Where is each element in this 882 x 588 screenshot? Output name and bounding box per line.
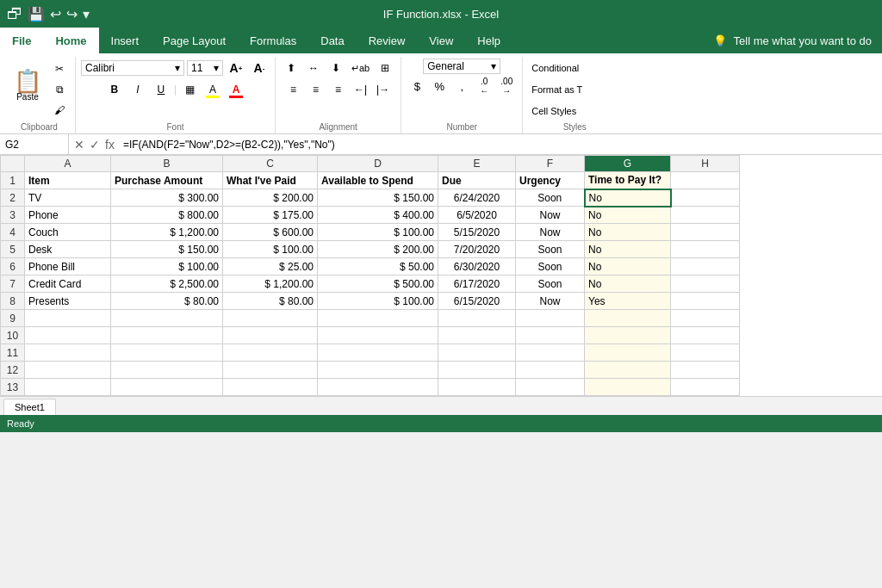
italic-button[interactable]: I — [127, 80, 148, 99]
align-center-button[interactable]: ≡ — [306, 80, 326, 99]
cancel-formula-icon[interactable]: ✕ — [72, 138, 86, 152]
cell-B6[interactable]: $ 100.00 — [111, 258, 223, 275]
cell-G13[interactable] — [585, 379, 671, 396]
conditional-format-button[interactable]: Conditional — [528, 59, 621, 77]
fill-color-button[interactable]: A — [202, 80, 223, 99]
undo-icon[interactable]: ↩ — [50, 6, 61, 22]
cell-H12[interactable] — [671, 362, 740, 379]
cell-A13[interactable] — [25, 379, 111, 396]
cell-F12[interactable] — [516, 362, 585, 379]
cell-A7[interactable]: Credit Card — [25, 275, 111, 293]
cell-G2[interactable]: No — [585, 189, 671, 207]
cell-H10[interactable] — [671, 327, 740, 344]
col-header-G[interactable]: G — [585, 156, 671, 172]
cell-E9[interactable] — [438, 310, 516, 327]
indent-inc-button[interactable]: |→ — [373, 80, 394, 99]
cell-C6[interactable]: $ 25.00 — [223, 258, 318, 275]
cell-C3[interactable]: $ 175.00 — [223, 207, 318, 224]
cell-G11[interactable] — [585, 344, 671, 362]
cell-G1[interactable]: Time to Pay It? — [585, 172, 671, 189]
col-header-H[interactable]: H — [671, 156, 740, 172]
cell-C13[interactable] — [223, 379, 318, 396]
cell-F13[interactable] — [516, 379, 585, 396]
cell-H13[interactable] — [671, 379, 740, 396]
wrap-text-button[interactable]: ↵ab — [348, 59, 373, 77]
menu-formulas[interactable]: Formulas — [238, 28, 308, 53]
cell-E5[interactable]: 7/20/2020 — [438, 241, 516, 258]
row-header-8[interactable]: 8 — [1, 293, 25, 310]
cell-B1[interactable]: Purchase Amount — [111, 172, 223, 189]
cell-F11[interactable] — [516, 344, 585, 362]
cell-E6[interactable]: 6/30/2020 — [438, 258, 516, 275]
percent-button[interactable]: % — [429, 77, 450, 96]
cell-A3[interactable]: Phone — [25, 207, 111, 224]
format-painter-button[interactable]: 🖌 — [49, 101, 70, 120]
col-header-F[interactable]: F — [516, 156, 585, 172]
font-size-dropdown[interactable]: 11 ▾ — [187, 60, 223, 76]
cell-A5[interactable]: Desk — [25, 241, 111, 258]
cell-A11[interactable] — [25, 344, 111, 362]
cell-C12[interactable] — [223, 362, 318, 379]
cell-G5[interactable]: No — [585, 241, 671, 258]
row-header-6[interactable]: 6 — [1, 258, 25, 275]
bold-button[interactable]: B — [104, 80, 125, 99]
row-header-12[interactable]: 12 — [1, 362, 25, 379]
dec-inc-button[interactable]: .0← — [474, 77, 494, 96]
cell-G4[interactable]: No — [585, 224, 671, 241]
cell-C8[interactable]: $ 80.00 — [223, 293, 318, 310]
cell-G3[interactable]: No — [585, 207, 671, 224]
col-header-B[interactable]: B — [111, 156, 223, 172]
cell-G7[interactable]: No — [585, 275, 671, 293]
cell-F5[interactable]: Soon — [516, 241, 585, 258]
cell-B9[interactable] — [111, 310, 223, 327]
cell-E4[interactable]: 5/15/2020 — [438, 224, 516, 241]
cell-C1[interactable]: What I've Paid — [223, 172, 318, 189]
cell-B12[interactable] — [111, 362, 223, 379]
align-right-button[interactable]: ≡ — [328, 80, 349, 99]
number-format-dropdown[interactable]: General ▾ — [423, 59, 500, 74]
save-icon[interactable]: 💾 — [28, 6, 45, 22]
cell-A9[interactable] — [25, 310, 111, 327]
cell-D13[interactable] — [318, 379, 438, 396]
increase-font-button[interactable]: A+ — [226, 59, 246, 77]
cell-H1[interactable] — [671, 172, 740, 189]
cell-B13[interactable] — [111, 379, 223, 396]
cell-D6[interactable]: $ 50.00 — [318, 258, 438, 275]
cell-E3[interactable]: 6/5/2020 — [438, 207, 516, 224]
middle-align-button[interactable]: ↔ — [303, 59, 324, 77]
copy-button[interactable]: ⧉ — [49, 80, 70, 99]
cell-E1[interactable]: Due — [438, 172, 516, 189]
cell-F9[interactable] — [516, 310, 585, 327]
menu-page-layout[interactable]: Page Layout — [151, 28, 238, 53]
col-header-E[interactable]: E — [438, 156, 516, 172]
cell-E8[interactable]: 6/15/2020 — [438, 293, 516, 310]
paste-button[interactable]: 📋 Paste — [9, 68, 47, 111]
dollar-button[interactable]: $ — [407, 77, 427, 96]
menu-home[interactable]: Home — [43, 28, 98, 53]
cell-B11[interactable] — [111, 344, 223, 362]
cell-B8[interactable]: $ 80.00 — [111, 293, 223, 310]
fx-icon[interactable]: fx — [103, 138, 116, 152]
cell-F4[interactable]: Now — [516, 224, 585, 241]
cell-A6[interactable]: Phone Bill — [25, 258, 111, 275]
cell-D1[interactable]: Available to Spend — [318, 172, 438, 189]
cell-F8[interactable]: Now — [516, 293, 585, 310]
cell-B10[interactable] — [111, 327, 223, 344]
align-left-button[interactable]: ≡ — [283, 80, 304, 99]
cell-E7[interactable]: 6/17/2020 — [438, 275, 516, 293]
cell-D7[interactable]: $ 500.00 — [318, 275, 438, 293]
merge-button[interactable]: ⊞ — [375, 59, 395, 77]
cell-C7[interactable]: $ 1,200.00 — [223, 275, 318, 293]
cell-F1[interactable]: Urgency — [516, 172, 585, 189]
cell-F3[interactable]: Now — [516, 207, 585, 224]
decrease-font-button[interactable]: A- — [249, 59, 270, 77]
cell-D5[interactable]: $ 200.00 — [318, 241, 438, 258]
cell-H11[interactable] — [671, 344, 740, 362]
cell-B5[interactable]: $ 150.00 — [111, 241, 223, 258]
cell-B3[interactable]: $ 800.00 — [111, 207, 223, 224]
cell-A1[interactable]: Item — [25, 172, 111, 189]
top-align-button[interactable]: ⬆ — [281, 59, 301, 77]
row-header-4[interactable]: 4 — [1, 224, 25, 241]
cell-H7[interactable] — [671, 275, 740, 293]
format-as-table-button[interactable]: Format as T — [528, 80, 621, 99]
